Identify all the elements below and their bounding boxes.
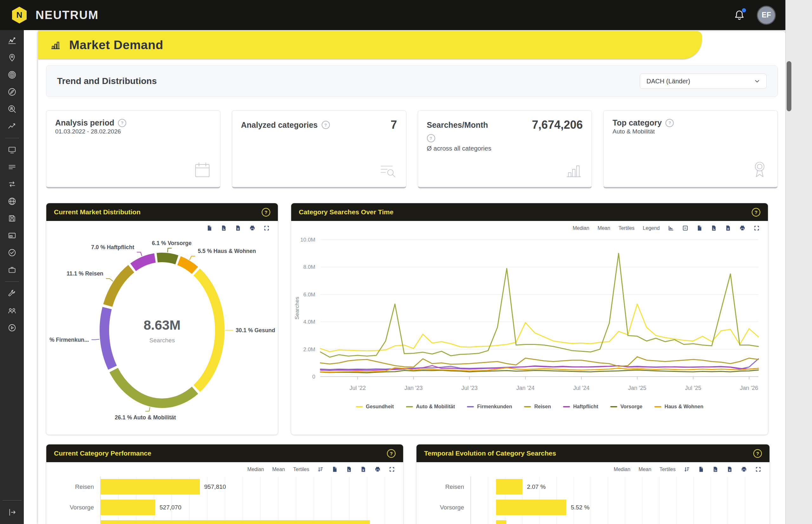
file-icon[interactable] xyxy=(697,225,703,231)
file-image-icon[interactable] xyxy=(712,466,718,472)
printer-icon[interactable] xyxy=(739,225,745,231)
bar-Reisen[interactable] xyxy=(496,479,522,494)
help-icon[interactable]: ? xyxy=(427,134,435,142)
help-icon[interactable]: ? xyxy=(262,208,270,216)
sidebar-item-wrench[interactable] xyxy=(0,285,24,302)
y-tick-label: 2.0M xyxy=(303,346,315,353)
help-icon[interactable]: ? xyxy=(752,208,760,216)
help-icon[interactable]: ? xyxy=(118,119,126,127)
scrollbar-thumb[interactable] xyxy=(786,61,791,111)
series-line-Reisen[interactable] xyxy=(320,357,759,367)
tool-median[interactable]: Median xyxy=(248,466,264,472)
sort-desc-icon[interactable] xyxy=(318,466,323,472)
donut-svg: 6.1 % Vorsorge5.5 % Haus & Wohnen30.1 % … xyxy=(46,232,278,422)
expand-icon[interactable] xyxy=(754,225,760,231)
tool-median[interactable]: Median xyxy=(573,225,589,231)
legend-item-Gesundheit[interactable]: Gesundheit xyxy=(356,404,394,410)
printer-icon[interactable] xyxy=(741,466,747,472)
expand-icon[interactable] xyxy=(389,466,395,472)
sidebar-item-goal-check[interactable] xyxy=(0,244,24,261)
sidebar-item-map-pin[interactable] xyxy=(0,49,24,66)
legend-item-Haftpflicht[interactable]: Haftpflicht xyxy=(563,404,598,410)
file-image-icon[interactable] xyxy=(711,225,717,231)
legend-item-Vorsorge[interactable]: Vorsorge xyxy=(610,404,642,410)
svg-text:N: N xyxy=(16,10,22,20)
bar-chart-icon xyxy=(50,39,61,50)
file-icon[interactable] xyxy=(332,466,338,472)
file-icon[interactable] xyxy=(206,225,212,231)
help-icon[interactable]: ? xyxy=(753,449,762,458)
sidebar-collapse-logout-icon[interactable] xyxy=(0,504,24,521)
file-image-icon[interactable] xyxy=(221,225,227,231)
sidebar-item-team[interactable] xyxy=(0,302,24,319)
sidebar-item-briefcase[interactable] xyxy=(0,261,24,278)
sort-desc-icon[interactable] xyxy=(684,466,690,472)
bar[interactable] xyxy=(100,520,370,524)
expand-icon[interactable] xyxy=(264,225,270,231)
notifications-bell-icon[interactable] xyxy=(734,9,745,21)
sidebar-item-playlist[interactable] xyxy=(0,159,24,176)
tool-tertiles[interactable]: Tertiles xyxy=(659,466,675,472)
help-icon[interactable]: ? xyxy=(387,449,396,458)
tool-tertiles[interactable]: Tertiles xyxy=(293,466,309,472)
file-image-icon[interactable] xyxy=(346,466,352,472)
sidebar-item-swap-arrows[interactable] xyxy=(0,176,24,193)
legend-item-Reisen[interactable]: Reisen xyxy=(524,404,551,410)
tool-median[interactable]: Median xyxy=(614,466,630,472)
bar-value-label: 2.07 % xyxy=(527,476,545,497)
file-icon[interactable] xyxy=(698,466,704,472)
legend-item-Haus & Wohnen[interactable]: Haus & Wohnen xyxy=(654,404,703,410)
donut-slice-Auto & Mobilität[interactable] xyxy=(114,370,195,403)
file-excel-icon[interactable] xyxy=(360,466,366,472)
printer-icon[interactable] xyxy=(249,225,255,231)
donut-slice-Haftpflicht[interactable] xyxy=(133,258,155,267)
donut-slice-Gesundheit[interactable] xyxy=(197,272,220,389)
sidebar-item-monitor[interactable] xyxy=(0,142,24,159)
file-excel-icon[interactable] xyxy=(727,466,733,472)
x-tick-label: Jul '25 xyxy=(685,385,701,391)
sidebar-item-image-card[interactable] xyxy=(0,227,24,244)
tool-mean[interactable]: Mean xyxy=(272,466,285,472)
notification-dot xyxy=(742,8,746,12)
file-excel-icon[interactable] xyxy=(725,225,731,231)
box-minus-icon[interactable] xyxy=(682,225,688,231)
series-line-Auto & Mobilität[interactable] xyxy=(320,253,759,357)
legend-item-Firmenkunden[interactable]: Firmenkunden xyxy=(467,404,512,410)
window-scrollbar-track[interactable] xyxy=(785,0,812,524)
legend-item-Auto & Mobilität[interactable]: Auto & Mobilität xyxy=(406,404,455,410)
user-avatar[interactable]: EF xyxy=(758,7,775,24)
help-icon[interactable]: ? xyxy=(666,119,674,127)
donut-slice-Vorsorge[interactable] xyxy=(157,257,177,260)
neutrum-logo-icon[interactable]: N xyxy=(11,6,28,24)
tool-mean[interactable]: Mean xyxy=(598,225,610,231)
bar-Vorsorge[interactable] xyxy=(100,500,155,515)
file-excel-icon[interactable] xyxy=(235,225,241,231)
x-tick-label: Jul '23 xyxy=(461,385,477,391)
legend-swatch xyxy=(654,406,661,407)
region-select[interactable]: DACH (Länder) xyxy=(640,73,767,89)
bar-Reisen[interactable] xyxy=(100,479,200,494)
sidebar-item-user-search[interactable] xyxy=(0,100,24,118)
bar[interactable] xyxy=(496,520,506,524)
donut-slice-Reisen[interactable] xyxy=(108,269,131,306)
printer-icon[interactable] xyxy=(375,466,381,472)
sidebar-item-trend[interactable] xyxy=(0,118,24,135)
filter-bar: Trend and Distributions DACH (Länder) xyxy=(46,65,778,97)
sidebar-item-save[interactable] xyxy=(0,210,24,227)
sidebar-item-globe[interactable] xyxy=(0,193,24,210)
chart-columns-icon[interactable] xyxy=(668,225,674,231)
sidebar-item-chart-scatter[interactable] xyxy=(0,32,24,49)
donut-slice-Firmenkunden[interactable] xyxy=(105,308,113,368)
sidebar-item-target[interactable] xyxy=(0,66,24,83)
tool-mean[interactable]: Mean xyxy=(638,466,651,472)
sidebar-item-compass[interactable] xyxy=(0,83,24,100)
expand-icon[interactable] xyxy=(755,466,761,472)
tool-legend[interactable]: Legend xyxy=(643,225,660,231)
bar-Vorsorge[interactable] xyxy=(496,500,566,515)
help-icon[interactable]: ? xyxy=(322,121,330,129)
tool-tertiles[interactable]: Tertiles xyxy=(619,225,635,231)
donut-slice-Haus & Wohnen[interactable] xyxy=(179,261,195,271)
x-tick-label: Jan '23 xyxy=(404,385,423,391)
legend-label: Auto & Mobilität xyxy=(416,404,455,410)
sidebar-item-play-circle[interactable] xyxy=(0,319,24,336)
